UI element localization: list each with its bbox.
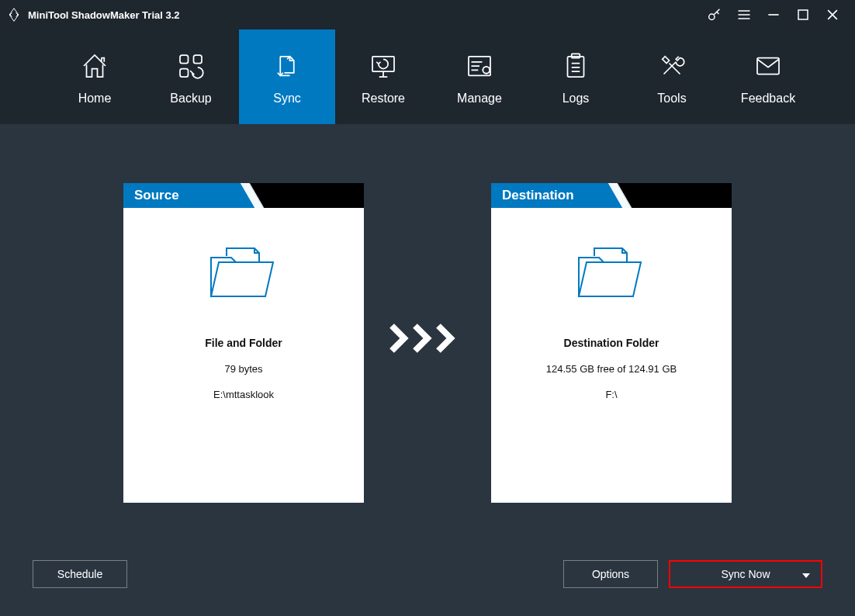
window-title: MiniTool ShadowMaker Trial 3.2 bbox=[28, 9, 180, 21]
source-panel[interactable]: Source File and Folder 79 bytes E:\mttas… bbox=[123, 183, 364, 503]
nav-label: Sync bbox=[273, 92, 301, 106]
caret-down-icon bbox=[802, 568, 810, 580]
nav-feedback[interactable]: Feedback bbox=[720, 29, 816, 124]
minimize-button[interactable] bbox=[759, 0, 788, 29]
nav-label: Tools bbox=[657, 92, 686, 106]
destination-path: F:\ bbox=[605, 389, 617, 400]
footer: Schedule Options Sync Now bbox=[0, 542, 855, 616]
options-label: Options bbox=[592, 568, 629, 580]
svg-rect-1 bbox=[798, 10, 808, 19]
destination-space: 124.55 GB free of 124.91 GB bbox=[546, 363, 677, 375]
svg-rect-3 bbox=[194, 55, 202, 64]
nav-label: Manage bbox=[457, 92, 502, 106]
svg-rect-2 bbox=[180, 55, 189, 64]
folder-icon bbox=[573, 239, 650, 304]
nav-label: Restore bbox=[362, 92, 405, 106]
tools-icon bbox=[654, 48, 690, 84]
nav-label: Home bbox=[78, 92, 112, 106]
home-icon bbox=[77, 48, 112, 84]
restore-icon bbox=[365, 48, 401, 84]
nav-backup[interactable]: Backup bbox=[143, 29, 239, 124]
main-nav: Home Backup Sync Restore bbox=[0, 29, 855, 124]
manage-icon bbox=[462, 48, 497, 84]
source-panel-header: Source bbox=[123, 183, 364, 208]
nav-logs[interactable]: Logs bbox=[528, 29, 624, 124]
source-path: E:\mttasklook bbox=[213, 389, 274, 400]
svg-point-0 bbox=[709, 14, 715, 19]
feedback-icon bbox=[750, 48, 786, 84]
nav-manage[interactable]: Manage bbox=[431, 29, 528, 124]
arrows-icon bbox=[387, 323, 468, 354]
schedule-label: Schedule bbox=[57, 568, 102, 580]
main-area: Source File and Folder 79 bytes E:\mttas… bbox=[0, 124, 855, 542]
svg-rect-4 bbox=[180, 69, 189, 78]
svg-rect-10 bbox=[757, 58, 779, 74]
key-icon[interactable] bbox=[700, 0, 729, 29]
source-header-label: Source bbox=[123, 183, 236, 208]
backup-icon bbox=[173, 48, 209, 84]
title-bar: MiniTool ShadowMaker Trial 3.2 bbox=[0, 0, 855, 29]
maximize-button[interactable] bbox=[788, 0, 818, 29]
schedule-button[interactable]: Schedule bbox=[33, 560, 127, 588]
nav-label: Backup bbox=[170, 92, 211, 106]
source-size: 79 bytes bbox=[224, 363, 262, 375]
menu-icon[interactable] bbox=[729, 0, 759, 29]
nav-label: Feedback bbox=[741, 92, 795, 106]
source-title: File and Folder bbox=[205, 337, 282, 349]
destination-title: Destination Folder bbox=[564, 337, 659, 349]
destination-panel-header: Destination bbox=[491, 183, 732, 208]
nav-restore[interactable]: Restore bbox=[335, 29, 431, 124]
folder-icon bbox=[205, 239, 282, 304]
nav-home[interactable]: Home bbox=[47, 29, 143, 124]
nav-label: Logs bbox=[562, 92, 590, 106]
syncnow-label: Sync Now bbox=[721, 568, 770, 580]
nav-tools[interactable]: Tools bbox=[624, 29, 720, 124]
logs-icon bbox=[558, 48, 594, 84]
sync-now-button[interactable]: Sync Now bbox=[669, 560, 822, 588]
destination-header-label: Destination bbox=[491, 183, 604, 208]
sync-icon bbox=[269, 48, 305, 84]
app-logo-icon bbox=[6, 7, 22, 22]
nav-sync[interactable]: Sync bbox=[239, 29, 335, 124]
options-button[interactable]: Options bbox=[563, 560, 658, 588]
destination-panel[interactable]: Destination Destination Folder 124.55 GB… bbox=[491, 183, 732, 503]
close-button[interactable] bbox=[818, 0, 847, 29]
